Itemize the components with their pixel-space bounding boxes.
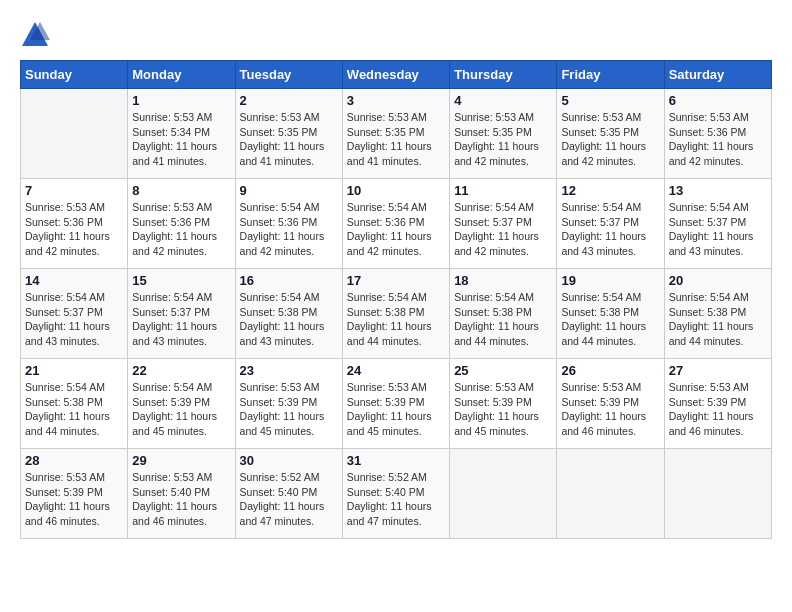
day-number: 4 [454,93,552,108]
day-number: 23 [240,363,338,378]
calendar-cell [557,449,664,539]
day-info: Sunrise: 5:54 AM Sunset: 5:37 PM Dayligh… [132,290,230,349]
calendar-week-3: 14Sunrise: 5:54 AM Sunset: 5:37 PM Dayli… [21,269,772,359]
calendar-cell: 10Sunrise: 5:54 AM Sunset: 5:36 PM Dayli… [342,179,449,269]
calendar-cell: 7Sunrise: 5:53 AM Sunset: 5:36 PM Daylig… [21,179,128,269]
header-day-wednesday: Wednesday [342,61,449,89]
header-day-tuesday: Tuesday [235,61,342,89]
day-number: 18 [454,273,552,288]
day-info: Sunrise: 5:54 AM Sunset: 5:38 PM Dayligh… [25,380,123,439]
day-info: Sunrise: 5:54 AM Sunset: 5:37 PM Dayligh… [669,200,767,259]
day-number: 22 [132,363,230,378]
calendar-cell: 2Sunrise: 5:53 AM Sunset: 5:35 PM Daylig… [235,89,342,179]
day-number: 15 [132,273,230,288]
day-info: Sunrise: 5:54 AM Sunset: 5:39 PM Dayligh… [132,380,230,439]
calendar-cell: 8Sunrise: 5:53 AM Sunset: 5:36 PM Daylig… [128,179,235,269]
calendar-cell: 27Sunrise: 5:53 AM Sunset: 5:39 PM Dayli… [664,359,771,449]
calendar-cell: 3Sunrise: 5:53 AM Sunset: 5:35 PM Daylig… [342,89,449,179]
day-info: Sunrise: 5:53 AM Sunset: 5:36 PM Dayligh… [669,110,767,169]
day-info: Sunrise: 5:54 AM Sunset: 5:36 PM Dayligh… [240,200,338,259]
calendar-body: 1Sunrise: 5:53 AM Sunset: 5:34 PM Daylig… [21,89,772,539]
day-number: 16 [240,273,338,288]
calendar-cell: 28Sunrise: 5:53 AM Sunset: 5:39 PM Dayli… [21,449,128,539]
calendar-cell: 11Sunrise: 5:54 AM Sunset: 5:37 PM Dayli… [450,179,557,269]
day-number: 6 [669,93,767,108]
day-number: 5 [561,93,659,108]
calendar-week-2: 7Sunrise: 5:53 AM Sunset: 5:36 PM Daylig… [21,179,772,269]
logo-icon [20,20,50,50]
day-number: 17 [347,273,445,288]
calendar-cell: 4Sunrise: 5:53 AM Sunset: 5:35 PM Daylig… [450,89,557,179]
day-number: 19 [561,273,659,288]
calendar-cell: 29Sunrise: 5:53 AM Sunset: 5:40 PM Dayli… [128,449,235,539]
day-number: 14 [25,273,123,288]
day-info: Sunrise: 5:54 AM Sunset: 5:37 PM Dayligh… [25,290,123,349]
calendar-cell: 21Sunrise: 5:54 AM Sunset: 5:38 PM Dayli… [21,359,128,449]
header-day-thursday: Thursday [450,61,557,89]
day-info: Sunrise: 5:53 AM Sunset: 5:39 PM Dayligh… [25,470,123,529]
calendar-week-1: 1Sunrise: 5:53 AM Sunset: 5:34 PM Daylig… [21,89,772,179]
calendar-cell: 31Sunrise: 5:52 AM Sunset: 5:40 PM Dayli… [342,449,449,539]
logo [20,20,54,50]
day-number: 30 [240,453,338,468]
day-number: 10 [347,183,445,198]
day-info: Sunrise: 5:53 AM Sunset: 5:39 PM Dayligh… [561,380,659,439]
calendar-cell: 6Sunrise: 5:53 AM Sunset: 5:36 PM Daylig… [664,89,771,179]
day-info: Sunrise: 5:54 AM Sunset: 5:36 PM Dayligh… [347,200,445,259]
day-info: Sunrise: 5:53 AM Sunset: 5:39 PM Dayligh… [454,380,552,439]
calendar-cell: 15Sunrise: 5:54 AM Sunset: 5:37 PM Dayli… [128,269,235,359]
calendar-cell: 19Sunrise: 5:54 AM Sunset: 5:38 PM Dayli… [557,269,664,359]
day-info: Sunrise: 5:53 AM Sunset: 5:39 PM Dayligh… [240,380,338,439]
calendar-cell: 20Sunrise: 5:54 AM Sunset: 5:38 PM Dayli… [664,269,771,359]
calendar-cell: 9Sunrise: 5:54 AM Sunset: 5:36 PM Daylig… [235,179,342,269]
day-number: 8 [132,183,230,198]
day-number: 12 [561,183,659,198]
calendar-cell: 23Sunrise: 5:53 AM Sunset: 5:39 PM Dayli… [235,359,342,449]
day-number: 11 [454,183,552,198]
calendar-table: SundayMondayTuesdayWednesdayThursdayFrid… [20,60,772,539]
day-info: Sunrise: 5:52 AM Sunset: 5:40 PM Dayligh… [240,470,338,529]
day-info: Sunrise: 5:53 AM Sunset: 5:36 PM Dayligh… [25,200,123,259]
day-number: 21 [25,363,123,378]
day-number: 25 [454,363,552,378]
calendar-cell: 16Sunrise: 5:54 AM Sunset: 5:38 PM Dayli… [235,269,342,359]
header-day-friday: Friday [557,61,664,89]
day-number: 29 [132,453,230,468]
day-number: 1 [132,93,230,108]
day-number: 13 [669,183,767,198]
day-info: Sunrise: 5:54 AM Sunset: 5:38 PM Dayligh… [561,290,659,349]
day-info: Sunrise: 5:53 AM Sunset: 5:35 PM Dayligh… [454,110,552,169]
calendar-cell: 14Sunrise: 5:54 AM Sunset: 5:37 PM Dayli… [21,269,128,359]
calendar-cell [450,449,557,539]
calendar-week-4: 21Sunrise: 5:54 AM Sunset: 5:38 PM Dayli… [21,359,772,449]
day-info: Sunrise: 5:53 AM Sunset: 5:34 PM Dayligh… [132,110,230,169]
day-number: 24 [347,363,445,378]
day-number: 9 [240,183,338,198]
day-info: Sunrise: 5:53 AM Sunset: 5:39 PM Dayligh… [347,380,445,439]
header-row: SundayMondayTuesdayWednesdayThursdayFrid… [21,61,772,89]
day-number: 7 [25,183,123,198]
calendar-cell: 13Sunrise: 5:54 AM Sunset: 5:37 PM Dayli… [664,179,771,269]
day-info: Sunrise: 5:53 AM Sunset: 5:40 PM Dayligh… [132,470,230,529]
day-number: 3 [347,93,445,108]
day-info: Sunrise: 5:54 AM Sunset: 5:37 PM Dayligh… [454,200,552,259]
day-number: 26 [561,363,659,378]
calendar-cell: 17Sunrise: 5:54 AM Sunset: 5:38 PM Dayli… [342,269,449,359]
calendar-cell: 25Sunrise: 5:53 AM Sunset: 5:39 PM Dayli… [450,359,557,449]
day-number: 27 [669,363,767,378]
calendar-week-5: 28Sunrise: 5:53 AM Sunset: 5:39 PM Dayli… [21,449,772,539]
day-info: Sunrise: 5:54 AM Sunset: 5:38 PM Dayligh… [240,290,338,349]
day-number: 28 [25,453,123,468]
calendar-cell: 26Sunrise: 5:53 AM Sunset: 5:39 PM Dayli… [557,359,664,449]
day-info: Sunrise: 5:53 AM Sunset: 5:35 PM Dayligh… [561,110,659,169]
day-number: 2 [240,93,338,108]
day-info: Sunrise: 5:54 AM Sunset: 5:38 PM Dayligh… [454,290,552,349]
calendar-cell [664,449,771,539]
day-info: Sunrise: 5:53 AM Sunset: 5:35 PM Dayligh… [240,110,338,169]
calendar-cell: 1Sunrise: 5:53 AM Sunset: 5:34 PM Daylig… [128,89,235,179]
calendar-cell: 18Sunrise: 5:54 AM Sunset: 5:38 PM Dayli… [450,269,557,359]
calendar-cell: 30Sunrise: 5:52 AM Sunset: 5:40 PM Dayli… [235,449,342,539]
calendar-cell: 24Sunrise: 5:53 AM Sunset: 5:39 PM Dayli… [342,359,449,449]
day-info: Sunrise: 5:53 AM Sunset: 5:36 PM Dayligh… [132,200,230,259]
header-day-saturday: Saturday [664,61,771,89]
